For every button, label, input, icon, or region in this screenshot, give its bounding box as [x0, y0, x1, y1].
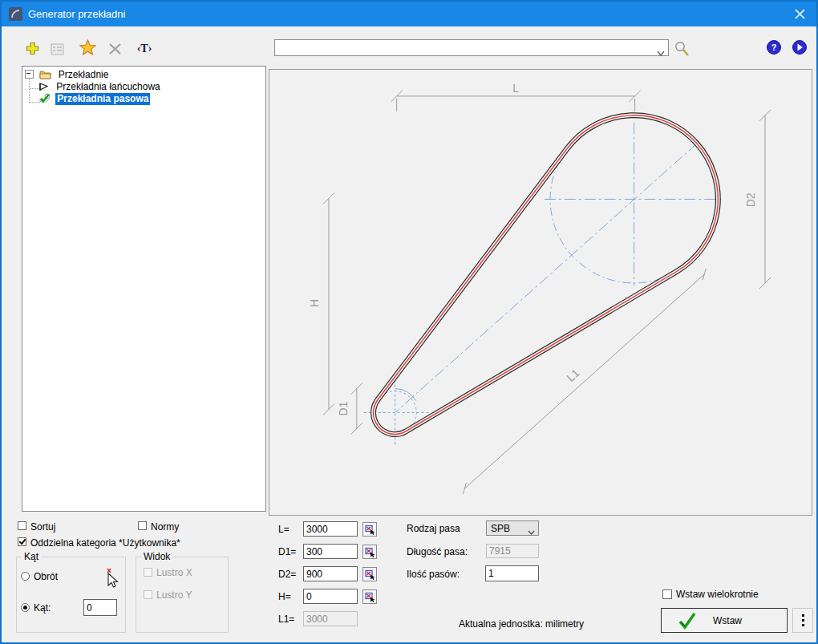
param-D2-input[interactable] [303, 566, 358, 581]
help-button[interactable]: ? [767, 40, 781, 55]
search-icon [674, 40, 690, 57]
star-icon [79, 39, 96, 55]
app-icon [9, 7, 22, 21]
belt-length-label: Długość pasa: [407, 546, 468, 557]
pick-icon [365, 547, 375, 557]
wstaw-button[interactable]: Wstaw [661, 608, 788, 633]
play-icon [796, 43, 804, 51]
form-icon [51, 43, 64, 55]
kat-label: Kąt: [34, 602, 51, 614]
window-title: Generator przekładni [28, 8, 125, 20]
delete-x-icon [108, 43, 122, 55]
text-tool-icon: ‹T› [137, 43, 152, 55]
dim-label-D2: D2 [744, 192, 757, 207]
param-L-label: L= [278, 524, 290, 535]
belt-type-label: Rodzaj pasa [407, 523, 460, 534]
plus-icon [26, 42, 39, 55]
param-H-input[interactable] [303, 589, 358, 604]
add-button[interactable] [23, 39, 41, 57]
param-L1-input [303, 611, 358, 626]
pick-icon [365, 569, 375, 580]
tree-item-label[interactable]: Przekładnia łańcuchowa [55, 81, 161, 93]
more-options-button[interactable] [792, 608, 813, 633]
kat-value-input[interactable] [83, 599, 117, 616]
belt-type-combobox[interactable]: SPB [486, 520, 539, 536]
close-button[interactable] [786, 2, 813, 26]
pick-icon [365, 592, 375, 602]
sortuj-label: Sortuj [30, 521, 55, 533]
param-D1-label: D1= [278, 546, 296, 557]
pick-icon [365, 525, 375, 535]
mouse-cursor-icon [103, 567, 121, 588]
oddzielna-kategoria-checkbox[interactable] [18, 537, 26, 546]
tree-item-chain-gear[interactable]: Przekładnia łańcuchowa [38, 81, 162, 93]
param-D1-pick-button[interactable] [362, 545, 377, 559]
folder-icon [39, 70, 51, 79]
obrot-radio[interactable] [21, 572, 30, 581]
tree-item-root[interactable]: Przekładnie [25, 69, 110, 81]
lustro-x-label: Lustro X [156, 567, 192, 578]
belt-type-value: SPB [491, 523, 510, 534]
dots-icon [802, 614, 804, 617]
search-button[interactable] [673, 39, 690, 57]
search-input[interactable] [277, 41, 649, 55]
category-tree: Przekładnie Przekładnia łańcuchowa Przek… [22, 66, 266, 512]
dim-label-L1: L1 [564, 367, 581, 384]
belt-length-input [486, 544, 539, 558]
text-tool-button[interactable]: ‹T› [132, 40, 157, 58]
lustro-x-checkbox[interactable] [144, 568, 152, 577]
favorites-button[interactable] [79, 38, 96, 56]
green-check-icon [678, 612, 697, 630]
wstaw-button-label: Wstaw [697, 615, 758, 626]
preview-canvas[interactable]: L D2 H D1 L1 [269, 69, 812, 516]
chevron-down-icon [528, 526, 535, 537]
current-unit-text: Aktualna jednostka: milimetry [459, 618, 584, 630]
wstaw-wielokrotnie-checkbox[interactable] [662, 589, 672, 599]
kat-group-title: Kąt [22, 551, 41, 562]
dim-label-L: L [512, 82, 519, 95]
tree-expander-icon[interactable] [25, 70, 34, 79]
chevron-down-icon[interactable] [657, 45, 665, 59]
tree-item-label[interactable]: Przekładnie [57, 69, 111, 81]
tree-item-belt-gear[interactable]: Przekładnia pasowa [38, 93, 150, 105]
title-bar: Generator przekładni [2, 2, 816, 26]
wstaw-wielokrotnie-label: Wstaw wielokrotnie [676, 589, 759, 600]
search-combobox[interactable] [274, 39, 669, 56]
delete-button[interactable] [106, 40, 124, 58]
normy-checkbox[interactable] [138, 521, 147, 530]
help-icon: ? [771, 43, 777, 52]
kat-radio[interactable] [21, 603, 30, 612]
param-L1-label: L1= [278, 614, 294, 625]
tree-item-label-selected[interactable]: Przekładnia pasowa [55, 93, 150, 105]
sortuj-checkbox[interactable] [18, 521, 26, 530]
dim-label-D1: D1 [337, 401, 350, 415]
param-H-pick-button[interactable] [362, 589, 377, 604]
close-icon [795, 9, 805, 19]
properties-button[interactable] [48, 40, 66, 58]
param-D2-label: D2= [278, 569, 296, 580]
param-D1-input[interactable] [303, 544, 358, 559]
param-L-pick-button[interactable] [362, 522, 377, 537]
dim-label-H: H [308, 299, 321, 307]
widok-group-title: Widok [141, 551, 172, 562]
belt-count-input[interactable] [485, 565, 539, 581]
oddzielna-kategoria-label: Oddzielna kategoria *Użytkownika* [30, 537, 180, 549]
belt-gear-checked-icon [38, 93, 51, 103]
chain-gear-icon [38, 82, 50, 91]
lustro-y-checkbox[interactable] [144, 590, 152, 599]
normy-label: Normy [151, 521, 179, 533]
param-D2-pick-button[interactable] [362, 567, 377, 581]
param-L-input[interactable] [303, 521, 358, 537]
param-H-label: H= [278, 591, 291, 602]
obrot-label: Obrót [34, 571, 58, 582]
play-button[interactable] [792, 40, 807, 55]
lustro-y-label: Lustro Y [156, 589, 192, 601]
dialog-window: Generator przekładni ‹T› ? [0, 0, 818, 644]
belt-drive-drawing: L D2 H D1 L1 [269, 70, 812, 515]
belt-count-label: Ilość pasów: [407, 569, 460, 580]
